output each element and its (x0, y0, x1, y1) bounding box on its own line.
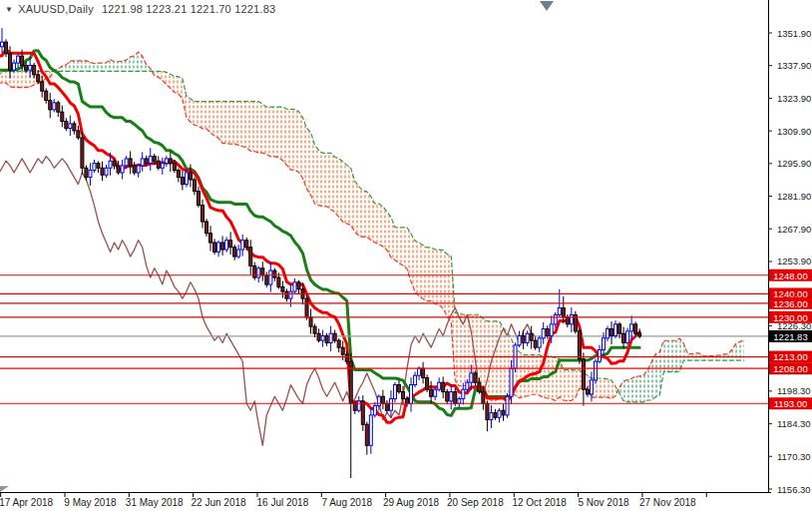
bear-candle (193, 180, 196, 192)
cloud-segment (564, 370, 568, 401)
bull-candle (414, 375, 417, 384)
bull-candle (393, 385, 396, 399)
level-price-label-text: 1193.00 (774, 398, 808, 409)
bull-candle (105, 168, 108, 175)
price-axis[interactable]: 1351.901337.901323.901309.901295.901281.… (768, 0, 812, 513)
cloud-segment (94, 63, 98, 71)
bear-candle (117, 166, 120, 173)
bull-candle (121, 166, 124, 173)
price-tick-label: 1323.90 (777, 93, 811, 104)
bull-candle (17, 56, 20, 63)
cloud-segment (435, 250, 439, 304)
date-tick-label: 16 Jul 2018 (257, 497, 309, 508)
date-tick-label: 12 Oct 2018 (512, 497, 567, 508)
bear-candle (77, 131, 80, 138)
bear-candle (213, 243, 216, 252)
cloud-segment (2, 71, 6, 83)
bull-candle (506, 396, 509, 415)
cloud-segment (383, 207, 387, 251)
bull-candle (225, 241, 228, 250)
level-price-label-text: 1230.00 (773, 312, 807, 323)
bear-candle (317, 333, 320, 340)
cloud-segment (419, 243, 423, 298)
cloud-segment (262, 105, 266, 155)
bull-candle (241, 241, 244, 250)
cloud-segment (26, 71, 30, 87)
bear-candle (482, 392, 485, 404)
ichimoku-cloud-layer (0, 52, 744, 402)
bear-candle (145, 159, 148, 164)
bear-candle (202, 206, 204, 222)
cloud-segment (258, 102, 262, 154)
bull-candle (377, 396, 380, 405)
bear-candle (81, 138, 84, 168)
bull-candle (490, 413, 493, 420)
bear-candle (638, 333, 641, 336)
bear-candle (189, 173, 192, 180)
cloud-segment (242, 102, 246, 149)
bull-candle (418, 368, 421, 375)
symbol-dropdown-icon[interactable]: ▼ (5, 5, 13, 14)
bear-candle (181, 178, 184, 185)
bull-candle (329, 333, 332, 342)
cloud-segment (627, 378, 631, 402)
cloud-segment (230, 102, 234, 145)
bull-candle (410, 385, 413, 404)
cloud-segment (254, 102, 258, 154)
bear-candle (502, 410, 505, 415)
bull-candle (217, 243, 220, 252)
bull-candle (165, 159, 168, 164)
bear-candle (622, 333, 625, 342)
bear-candle (333, 333, 336, 340)
bear-candle (309, 317, 312, 326)
cloud-segment (278, 107, 282, 161)
cloud-segment (70, 61, 74, 72)
cloud-segment (319, 151, 323, 207)
bear-candle (133, 166, 136, 173)
cloud-segment (238, 102, 242, 147)
date-tick-label: 31 May 2018 (126, 497, 184, 508)
cloud-segment (175, 77, 179, 94)
price-chart-canvas[interactable]: 1351.901337.901323.901309.901295.901281.… (0, 0, 812, 513)
bear-candle (534, 340, 537, 347)
date-tick-label: 7 Aug 2018 (321, 497, 372, 508)
price-tick-label: 1281.90 (777, 191, 811, 202)
bear-candle (365, 424, 368, 445)
bull-candle (470, 373, 473, 382)
cloud-segment (608, 379, 611, 399)
cloud-segment (495, 321, 499, 400)
cloud-segment (203, 102, 206, 129)
bear-candle (273, 270, 276, 277)
bull-candle (458, 399, 461, 404)
bull-candle (538, 338, 541, 347)
cloud-segment (568, 370, 572, 401)
date-tick-label: 17 Apr 2018 (0, 497, 54, 508)
date-tick-label: 20 Sep 2018 (447, 497, 504, 508)
chart-shift-down-arrow-icon[interactable] (540, 1, 554, 11)
cloud-segment (455, 313, 459, 386)
bull-candle (93, 164, 96, 171)
cloud-segment (270, 107, 274, 157)
bear-candle (277, 277, 280, 286)
plot-area[interactable] (0, 28, 768, 478)
cloud-segment (250, 102, 254, 152)
bull-candle (434, 389, 437, 396)
chart-corner-marker-icon (0, 486, 9, 492)
cloud-segment (103, 63, 107, 71)
bear-candle (341, 347, 344, 354)
level-price-label-text: 1236.00 (773, 298, 807, 309)
price-tick-label: 1309.90 (777, 126, 811, 137)
bull-candle (590, 380, 593, 394)
cloud-segment (274, 107, 278, 158)
cloud-segment (14, 71, 18, 87)
candles-layer[interactable] (0, 28, 641, 478)
bear-candle (474, 373, 477, 382)
time-axis[interactable]: 17 Apr 20189 May 201831 May 201822 Jun 2… (0, 493, 812, 513)
bear-candle (129, 159, 132, 166)
bear-candle (101, 168, 104, 175)
cloud-segment (347, 165, 351, 225)
bull-candle (161, 164, 164, 169)
bull-candle (558, 307, 561, 314)
bear-candle (522, 335, 525, 342)
bear-candle (426, 378, 429, 390)
